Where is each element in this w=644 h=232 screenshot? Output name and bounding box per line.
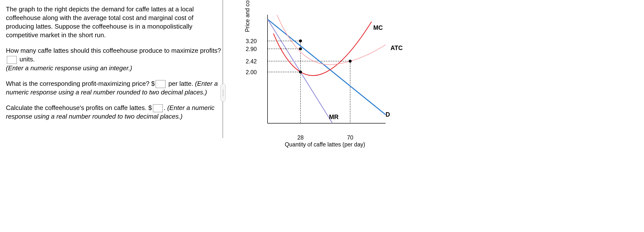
ytick-2: 2.42 xyxy=(244,58,257,65)
ytick-1: 2.90 xyxy=(244,46,257,53)
panel-divider xyxy=(222,0,223,138)
question-2: What is the corresponding profit-maximiz… xyxy=(6,79,222,97)
q2-text-b: per latte. xyxy=(166,80,195,87)
q1-text-a: How many caffe lattes should this coffee… xyxy=(6,47,221,54)
resize-handle[interactable] xyxy=(220,84,226,101)
xtick-1: 70 xyxy=(347,134,353,141)
mc-label: MC xyxy=(373,24,383,31)
x-axis-label: Quantity of caffe lattes (per day) xyxy=(285,141,365,148)
xtick-0: 28 xyxy=(297,134,304,141)
ytick-0: 3.20 xyxy=(244,38,257,45)
question-panel: The graph to the right depicts the deman… xyxy=(0,0,228,232)
q3-text-b: . xyxy=(164,104,167,111)
mc-curve xyxy=(274,22,372,76)
q1-text-b: units. xyxy=(20,55,35,63)
mr-label: MR xyxy=(329,113,338,121)
profit-input[interactable] xyxy=(153,104,163,112)
point-minatc xyxy=(349,60,352,63)
question-1: How many caffe lattes should this coffee… xyxy=(6,46,222,72)
point-price xyxy=(299,39,302,42)
demand-curve xyxy=(268,19,386,115)
price-input[interactable] xyxy=(156,80,166,88)
q1-hint: (Enter a numeric response using an integ… xyxy=(6,64,132,72)
units-input[interactable] xyxy=(7,56,17,64)
point-mrmc xyxy=(299,70,302,73)
question-3: Calculate the coffeehouse's profits on c… xyxy=(6,103,222,121)
chart-svg xyxy=(258,10,390,133)
econ-chart: Price and cost (dollars per cup) Quantit… xyxy=(258,10,390,133)
y-axis-label: Price and cost (dollars per cup) xyxy=(244,0,251,32)
intro-text: The graph to the right depicts the deman… xyxy=(6,5,222,39)
graph-panel: Price and cost (dollars per cup) Quantit… xyxy=(228,0,644,232)
q3-text-a: Calculate the coffeehouse's profits on c… xyxy=(6,104,152,111)
atc-label: ATC xyxy=(390,44,403,52)
q2-text-a: What is the corresponding profit-maximiz… xyxy=(6,80,155,87)
d-label: D xyxy=(386,111,390,118)
ytick-3: 2.00 xyxy=(244,69,257,76)
point-atc xyxy=(299,47,302,50)
